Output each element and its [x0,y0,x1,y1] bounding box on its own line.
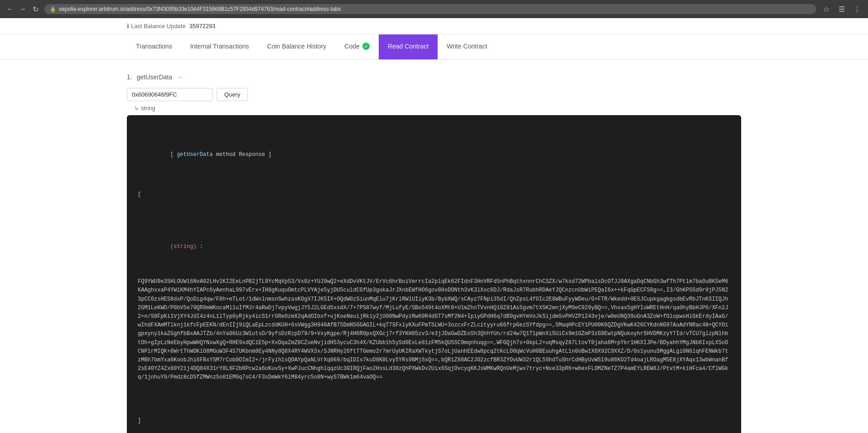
response-method-name: getUserData [177,151,212,158]
section-getUserData: 1. getUserData → Query ↳ string [ getUse… [127,73,741,433]
info-bar: ℹ Last Balance Update 35972293 [0,18,868,34]
page: ℹ Last Balance Update 35972293 Transacti… [0,18,868,433]
section-1-number: 1. [127,73,132,81]
tab-write-contract[interactable]: Write Contract [438,34,496,59]
response-close-bracket: ] [138,417,730,425]
tab-internal-transactions[interactable]: Internal Transactions [181,34,258,59]
section-1-arrow: → [177,73,183,81]
url-text: sepolia-explorer.arbitrum.io/address/0x7… [59,6,341,12]
forward-button[interactable]: → [17,4,28,15]
browser-chrome: ← → ↻ 🔒 sepolia-explorer.arbitrum.io/add… [0,0,868,18]
response-open-bracket: [ [138,190,730,199]
response-method-label: [ getUserData method Response ] [138,141,730,168]
tab-navigation: Transactions Internal Transactions Coin … [0,34,868,60]
address-bar[interactable]: 🔒 sepolia-explorer.arbitrum.io/address/0… [44,4,816,14]
getUserData-response-box: [ getUserData method Response ] [ (strin… [127,115,741,433]
nav-buttons: ← → ↻ [5,4,41,15]
info-icon: ℹ [127,23,129,29]
section-1-inputs: Query [127,88,741,101]
extensions-button[interactable]: ☰ [835,3,848,15]
tab-code[interactable]: Code ✓ [335,34,378,59]
menu-button[interactable]: ⋮ [851,3,863,15]
bookmark-button[interactable]: ☆ [820,3,833,15]
lock-icon: 🔒 [50,6,56,12]
tab-transactions[interactable]: Transactions [127,34,181,59]
main-content: 1. getUserData → Query ↳ string [ getUse… [0,60,868,433]
balance-update-value: 35972293 [189,23,216,29]
section-1-header: 1. getUserData → [127,73,741,81]
code-check-icon: ✓ [362,43,370,50]
tab-coin-balance-history[interactable]: Coin Balance History [258,34,336,59]
return-arrow-icon: ↳ [134,105,139,112]
balance-update-label: ℹ Last Balance Update [127,23,186,29]
response-type-line: (string) : [138,234,730,260]
getUserData-address-input[interactable] [127,88,213,101]
getUserData-query-button[interactable]: Query [217,88,248,101]
tab-read-contract[interactable]: Read Contract [379,34,438,59]
reload-button[interactable]: ↻ [30,4,41,15]
response-value-text: FQ9YWU9e3SHLOUW16NvA02LHv1KI2EeLnPB2jTL9… [138,277,730,382]
back-button[interactable]: ← [5,4,15,15]
browser-action-buttons: ☆ ☰ ⋮ [820,3,863,15]
section-1-return-type: ↳ string [134,105,741,112]
section-1-label: getUserData [137,73,173,81]
